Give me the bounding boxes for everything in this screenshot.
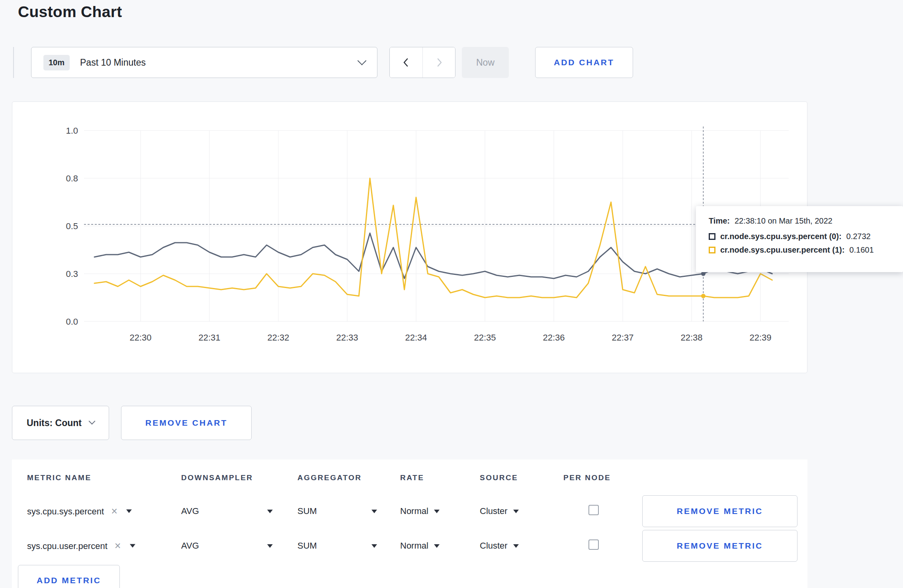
svg-text:22:36: 22:36 — [543, 333, 565, 343]
downsampler-value: AVG — [181, 541, 199, 551]
add-metric-button[interactable]: ADD METRIC — [18, 565, 120, 588]
tooltip-time: Time:22:38:10 on Mar 15th, 2022 — [709, 216, 895, 226]
units-label: Units: Count — [27, 418, 82, 428]
tooltip-series-value: 0.1601 — [849, 245, 874, 255]
column-header-per-node: PER NODE — [563, 473, 611, 482]
page-title: Custom Chart — [18, 3, 122, 21]
time-window-label: Past 10 Minutes — [80, 57, 146, 68]
chevron-left-icon — [402, 56, 410, 68]
rate-value: Normal — [400, 541, 428, 551]
time-window-badge: 10m — [43, 55, 70, 70]
remove-metric-button[interactable]: REMOVE METRIC — [642, 495, 797, 527]
aggregator-select[interactable]: SUM — [297, 506, 377, 516]
tooltip-time-value: 22:38:10 on Mar 15th, 2022 — [735, 216, 833, 225]
time-window-dropdown[interactable]: 10m Past 10 Minutes — [31, 47, 377, 78]
tooltip-series-row: cr.node.sys.cpu.user.percent (1): 0.1601 — [709, 245, 895, 255]
tooltip-series-name: cr.node.sys.cpu.user.percent (1): — [720, 245, 844, 255]
svg-text:22:37: 22:37 — [612, 333, 633, 343]
rate-select[interactable]: Normal — [400, 506, 440, 516]
aggregator-value: SUM — [297, 506, 317, 516]
column-header-source: SOURCE — [480, 473, 518, 482]
now-button[interactable]: Now — [462, 47, 509, 78]
next-time-button[interactable] — [422, 47, 455, 78]
rate-select[interactable]: Normal — [400, 541, 440, 551]
rate-value: Normal — [400, 506, 428, 516]
caret-down-icon — [267, 544, 273, 548]
chart-hover-tooltip: Time:22:38:10 on Mar 15th, 2022 cr.node.… — [696, 206, 903, 272]
tooltip-series-name: cr.node.sys.cpu.sys.percent (0): — [720, 232, 842, 241]
remove-metric-button[interactable]: REMOVE METRIC — [642, 530, 797, 562]
units-dropdown[interactable]: Units: Count — [12, 406, 109, 440]
source-select[interactable]: Cluster — [480, 506, 519, 516]
svg-text:22:35: 22:35 — [474, 333, 496, 343]
tooltip-series-row: cr.node.sys.cpu.sys.percent (0): 0.2732 — [709, 232, 895, 241]
chevron-down-icon — [358, 56, 367, 65]
svg-text:22:38: 22:38 — [680, 333, 702, 343]
svg-text:22:39: 22:39 — [749, 333, 771, 343]
caret-down-icon — [371, 544, 377, 548]
chart-plot-area[interactable]: 1.00.80.50.30.022:3022:3122:3222:3322:34… — [12, 102, 807, 373]
time-nav-group — [389, 47, 455, 78]
svg-text:22:33: 22:33 — [336, 333, 358, 343]
per-node-checkbox[interactable] — [588, 505, 599, 515]
toolbar-divider — [13, 47, 14, 78]
aggregator-select[interactable]: SUM — [297, 541, 377, 551]
metric-name-value: sys.cpu.sys.percent — [27, 506, 104, 516]
downsampler-select[interactable]: AVG — [181, 506, 273, 516]
svg-text:22:34: 22:34 — [405, 333, 427, 343]
source-select[interactable]: Cluster — [480, 541, 519, 551]
series-swatch-icon — [709, 247, 715, 253]
svg-text:0.5: 0.5 — [66, 221, 78, 231]
caret-down-icon — [434, 510, 440, 513]
per-node-cell — [588, 539, 599, 550]
source-value: Cluster — [480, 506, 508, 516]
metric-name-value: sys.cpu.user.percent — [27, 541, 108, 551]
svg-text:1.0: 1.0 — [66, 126, 78, 136]
caret-down-icon — [130, 544, 135, 548]
per-node-checkbox[interactable] — [588, 539, 599, 550]
source-value: Cluster — [480, 541, 508, 551]
chart-card: 1.00.80.50.30.022:3022:3122:3222:3322:34… — [12, 101, 807, 373]
metric-name-select[interactable]: sys.cpu.sys.percent × — [27, 506, 132, 517]
add-chart-button[interactable]: ADD CHART — [535, 47, 633, 78]
caret-down-icon — [371, 510, 377, 513]
downsampler-select[interactable]: AVG — [181, 541, 273, 551]
column-header-rate: RATE — [400, 473, 424, 482]
metric-name-select[interactable]: sys.cpu.user.percent × — [27, 541, 135, 551]
chevron-down-icon — [88, 418, 95, 424]
svg-text:0.0: 0.0 — [66, 317, 78, 327]
svg-text:0.3: 0.3 — [66, 269, 78, 279]
series-swatch-icon — [709, 233, 715, 240]
column-header-downsampler: DOWNSAMPLER — [181, 473, 253, 482]
prev-time-button[interactable] — [390, 47, 422, 78]
tooltip-time-label: Time: — [709, 216, 730, 225]
per-node-cell — [588, 505, 599, 515]
time-toolbar: 10m Past 10 Minutes Now ADD CHART — [13, 47, 633, 78]
svg-text:22:31: 22:31 — [198, 333, 220, 343]
aggregator-value: SUM — [297, 541, 317, 551]
column-header-metric-name: METRIC NAME — [27, 473, 92, 482]
caret-down-icon — [513, 544, 519, 548]
downsampler-value: AVG — [181, 506, 199, 516]
tooltip-series-value: 0.2732 — [846, 232, 871, 241]
svg-text:22:32: 22:32 — [267, 333, 289, 343]
caret-down-icon — [513, 510, 519, 513]
caret-down-icon — [126, 510, 132, 513]
clear-metric-icon[interactable]: × — [115, 541, 121, 551]
caret-down-icon — [267, 510, 273, 513]
remove-chart-button[interactable]: REMOVE CHART — [121, 406, 252, 440]
chevron-right-icon — [435, 56, 443, 68]
caret-down-icon — [434, 544, 440, 548]
clear-metric-icon[interactable]: × — [111, 506, 117, 517]
chart-actions-row: Units: Count REMOVE CHART — [12, 406, 252, 440]
metrics-table: METRIC NAME DOWNSAMPLER AGGREGATOR RATE … — [12, 459, 807, 588]
svg-text:0.8: 0.8 — [66, 173, 78, 183]
svg-text:22:30: 22:30 — [129, 333, 151, 343]
column-header-aggregator: AGGREGATOR — [297, 473, 362, 482]
